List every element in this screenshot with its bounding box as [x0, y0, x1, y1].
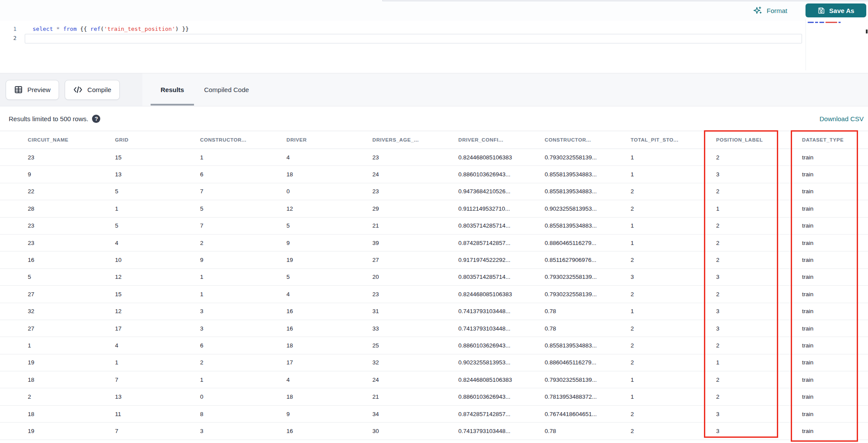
table-cell: 1: [200, 274, 286, 280]
table-cell: 1: [631, 240, 716, 246]
table-row: 197316300.7413793103448...0.7823train: [0, 423, 868, 440]
save-icon: [818, 7, 825, 14]
column-header-4[interactable]: DRIVERS_AGE_...: [372, 137, 458, 142]
format-button[interactable]: Format: [753, 6, 787, 15]
table-cell: 3: [200, 428, 286, 434]
table-cell: 10: [115, 257, 200, 263]
sparkles-icon: [753, 6, 762, 15]
column-header-2[interactable]: CONSTRUCTOR...: [200, 137, 286, 142]
table-cell: 11: [115, 411, 200, 417]
table-cell: train: [802, 274, 868, 280]
table-cell: 18: [286, 342, 372, 349]
tab-results[interactable]: Results: [151, 73, 194, 106]
save-as-label: Save As: [829, 7, 855, 14]
table-cell: train: [802, 359, 868, 366]
table-cell: 1: [631, 308, 716, 314]
table-cell: 5: [200, 205, 286, 212]
table-cell: 2: [631, 291, 716, 298]
table-cell: 3: [716, 308, 802, 314]
download-csv-link[interactable]: Download CSV: [819, 115, 864, 122]
table-cell: 1: [115, 205, 200, 212]
table-cell: 7: [200, 188, 286, 195]
table-cell: 9: [286, 240, 372, 246]
table-cell: 23: [372, 291, 458, 298]
table-cell: train: [802, 171, 868, 178]
table-cell: train: [802, 377, 868, 383]
table-cell: 22: [28, 188, 115, 195]
table-cell: 13: [115, 393, 200, 400]
table-cell: 39: [372, 240, 458, 246]
editor-minimap[interactable]: [806, 19, 866, 70]
table-cell: 17: [286, 359, 372, 366]
table-cell: 2: [716, 188, 802, 195]
table-row: 3212316310.7413793103448...0.7813train: [0, 303, 868, 320]
table-cell: 2: [716, 154, 802, 161]
table-cell: 0.8511627906976...: [545, 257, 631, 263]
compile-button[interactable]: Compile: [65, 80, 120, 100]
table-cell: 6: [200, 171, 286, 178]
table-cell: 0.824468085106383: [458, 154, 545, 161]
table-cell: 0.8742857142857...: [458, 411, 545, 417]
table-cell: 0.7930232558139...: [545, 274, 631, 280]
table-cell: train: [802, 240, 868, 246]
table-cell: 21: [372, 222, 458, 229]
table-row: 191217320.9023255813953...0.886046511627…: [0, 354, 868, 371]
column-header-9[interactable]: DATASET_TYPE: [802, 137, 868, 142]
code-editor[interactable]: 1 select * from {{ ref('train_test_posit…: [0, 21, 799, 73]
sql-token-string: 'train_test_position': [104, 26, 175, 32]
column-header-3[interactable]: DRIVER: [286, 137, 372, 142]
toolbar-actions: Preview Compile: [0, 73, 142, 106]
table-cell: 24: [372, 171, 458, 178]
line-number-2: 2: [0, 33, 16, 43]
table-cell: 21: [372, 393, 458, 400]
table-cell: train: [802, 325, 868, 332]
table-cell: train: [802, 222, 868, 229]
table-cell: 0.8558139534883...: [545, 222, 631, 229]
table-cell: 1: [200, 154, 286, 161]
table-cell: 3: [716, 171, 802, 178]
table-cell: 32: [372, 359, 458, 366]
table-row: 181189340.8742857142857...0.767441860465…: [0, 406, 868, 423]
table-cell: 16: [28, 257, 115, 263]
table-cell: 0.8558139534883...: [545, 171, 631, 178]
table-cell: 0.9023255813953...: [545, 205, 631, 212]
table-cell: 1: [631, 171, 716, 178]
sql-token-operator: *: [56, 26, 60, 32]
table-cell: 0.8860465116279...: [545, 240, 631, 246]
column-header-5[interactable]: DRIVER_CONFI...: [458, 137, 545, 142]
table-cell: 0.7930232558139...: [545, 377, 631, 383]
save-as-button[interactable]: Save As: [806, 3, 866, 17]
table-cell: 0.7674418604651...: [545, 411, 631, 417]
table-cell: train: [802, 154, 868, 161]
preview-button[interactable]: Preview: [6, 80, 59, 100]
table-cell: 2: [200, 240, 286, 246]
table-row: 213018210.8860103626943...0.781395348837…: [0, 388, 868, 405]
table-cell: 18: [28, 411, 115, 417]
table-cell: 2: [716, 257, 802, 263]
table-cell: 5: [286, 274, 372, 280]
line-number-1: 1: [0, 24, 16, 33]
table-cell: 0.7930232558139...: [545, 291, 631, 298]
table-cell: 3: [200, 308, 286, 314]
column-header-0[interactable]: CIRCUIT_NAME: [28, 137, 115, 142]
scrollbar-mark: [866, 30, 868, 33]
table-cell: 0.824468085106383: [458, 291, 545, 298]
table-cell: 7: [115, 428, 200, 434]
tab-results-label: Results: [161, 86, 184, 93]
table-cell: 0.8558139534883...: [545, 342, 631, 349]
table-cell: 0: [200, 393, 286, 400]
tab-compiled-code-label: Compiled Code: [204, 86, 249, 93]
table-cell: 29: [372, 205, 458, 212]
column-header-7[interactable]: TOTAL_PIT_STO...: [631, 137, 716, 142]
table-cell: 2: [28, 393, 115, 400]
help-icon[interactable]: ?: [92, 115, 100, 123]
table-cell: 13: [115, 171, 200, 178]
column-header-8[interactable]: POSITION_LABEL: [716, 137, 802, 142]
table-cell: 1: [200, 377, 286, 383]
table-cell: train: [802, 257, 868, 263]
tab-compiled-code[interactable]: Compiled Code: [194, 73, 259, 106]
column-header-6[interactable]: CONSTRUCTOR...: [545, 137, 631, 142]
table-cell: 1: [28, 342, 115, 349]
column-header-1[interactable]: GRID: [115, 137, 200, 142]
table-cell: 9: [200, 257, 286, 263]
